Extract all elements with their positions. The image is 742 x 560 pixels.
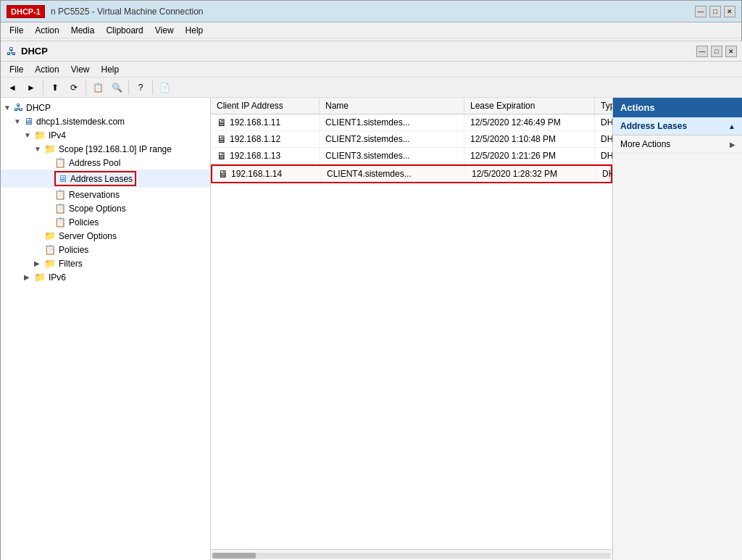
tree-item-address-pool[interactable]: ▶ 📋 Address Pool xyxy=(1,156,210,170)
dhcp-app-icon: 🖧 xyxy=(7,46,17,57)
tree-label-dhcp: DHCP xyxy=(26,103,51,113)
outer-minimize-button[interactable]: — xyxy=(695,6,706,17)
outer-menu-action[interactable]: Action xyxy=(29,24,64,37)
inner-close-button[interactable]: ✕ xyxy=(725,46,737,57)
tree-item-reservations[interactable]: ▶ 📋 Reservations xyxy=(1,188,210,201)
reservations-icon: 📋 xyxy=(54,189,66,200)
inner-maximize-button[interactable]: □ xyxy=(711,46,722,57)
inner-menu-action[interactable]: Action xyxy=(29,63,64,76)
inner-tb-filter[interactable]: 🔍 xyxy=(108,79,125,96)
more-actions-label: More Actions xyxy=(620,139,670,149)
address-pool-icon: 📋 xyxy=(54,157,66,168)
outer-menubar: File Action Media Clipboard View Help xyxy=(1,22,741,38)
tree-label-ipv6: IPv6 xyxy=(49,272,66,283)
list-empty-area xyxy=(211,183,612,549)
col-header-lease[interactable]: Lease Expiration xyxy=(464,98,595,114)
outer-menu-file[interactable]: File xyxy=(4,24,29,37)
inner-tb-sep2 xyxy=(86,80,86,95)
cell-ip-0: 🖥 192.168.1.11 xyxy=(211,114,320,130)
list-row[interactable]: 🖥 192.168.1.12 CLIENT2.sistemdes... 12/5… xyxy=(211,131,612,148)
server-icon: 🖥 xyxy=(24,116,33,127)
middle-panel: Client IP Address Name Lease Expiration … xyxy=(211,98,612,560)
tree-label-filters: Filters xyxy=(59,259,83,269)
cell-lease-1: 12/5/2020 1:10:48 PM xyxy=(464,131,595,147)
cell-lease-2: 12/5/2020 1:21:26 PM xyxy=(464,148,595,164)
actions-header: Actions xyxy=(613,98,742,117)
cell-type-2: DHCP xyxy=(595,148,612,164)
cell-name-1: CLIENT2.sistemdes... xyxy=(320,131,464,147)
ipv4-icon: 📁 xyxy=(34,130,46,141)
tree-item-scope-options[interactable]: ▶ 📋 Scope Options xyxy=(1,201,210,215)
tree-item-policies-server[interactable]: ▶ 📋 Policies xyxy=(1,243,210,256)
inner-tb-refresh[interactable]: ⟳ xyxy=(65,79,83,96)
cell-type-3: DHCP xyxy=(596,166,612,182)
tree-label-server-options: Server Options xyxy=(59,231,117,241)
list-row-highlighted[interactable]: 🖥 192.168.1.14 CLIENT4.sistemdes... 12/5… xyxy=(211,164,612,183)
horizontal-scrollbar[interactable] xyxy=(211,549,612,560)
inner-menubar: File Action View Help xyxy=(1,62,742,78)
expand-icon-ipv6: ▶ xyxy=(24,273,33,281)
expand-icon-dhcp: ▼ xyxy=(4,104,12,112)
cell-name-2: CLIENT3.sistemdes... xyxy=(320,148,464,164)
tree-item-dhcp[interactable]: ▼ 🖧 DHCP xyxy=(1,101,210,114)
inner-toolbar: ◄ ► ⬆ ⟳ 📋 🔍 ? 📄 xyxy=(1,78,742,98)
dhcp-root-icon: 🖧 xyxy=(14,102,23,113)
tree-label-scope: Scope [192.168.1.0] IP range xyxy=(59,144,172,154)
list-row[interactable]: 🖥 192.168.1.11 CLIENT1.sistemdes... 12/5… xyxy=(211,114,612,131)
col-header-name[interactable]: Name xyxy=(320,98,464,114)
col-header-type[interactable]: Type xyxy=(595,98,612,114)
outer-menu-view[interactable]: View xyxy=(149,24,180,37)
inner-dhcp-window: 🖧 DHCP — □ ✕ File Action View Help ◄ ► ⬆… xyxy=(1,41,742,560)
outer-maximize-button[interactable]: □ xyxy=(709,6,721,17)
actions-more-actions[interactable]: More Actions ▶ xyxy=(613,135,742,154)
col-header-ip[interactable]: Client IP Address xyxy=(211,98,320,114)
outer-menu-help[interactable]: Help xyxy=(180,24,209,37)
expand-icon-scope: ▼ xyxy=(34,145,43,153)
outer-window-controls: — □ ✕ xyxy=(695,6,735,17)
scope-icon: 📁 xyxy=(44,143,56,154)
address-leases-icon: 🖥 xyxy=(58,173,67,184)
inner-tb-sep3 xyxy=(128,80,129,95)
list-row[interactable]: 🖥 192.168.1.13 CLIENT3.sistemdes... 12/5… xyxy=(211,148,612,164)
outer-menu-media[interactable]: Media xyxy=(65,24,101,37)
cell-name-3: CLIENT4.sistemdes... xyxy=(321,166,466,182)
cell-type-0: DHCP xyxy=(595,114,612,130)
inner-menu-file[interactable]: File xyxy=(4,63,29,76)
tree-label-policies-scope: Policies xyxy=(69,217,99,227)
actions-section-address-leases[interactable]: Address Leases ▲ xyxy=(613,117,742,135)
tree-item-policies-scope[interactable]: ▶ 📋 Policies xyxy=(1,215,210,229)
inner-menu-view[interactable]: View xyxy=(65,63,96,76)
lease-icon-1: 🖥 xyxy=(217,133,227,145)
tree-label-address-pool: Address Pool xyxy=(69,158,120,168)
server-options-icon: 📁 xyxy=(44,230,56,241)
inner-tb-back[interactable]: ◄ xyxy=(4,79,21,96)
tree-label-policies-server: Policies xyxy=(59,245,88,255)
tree-item-address-leases[interactable]: ▶ 🖥 Address Leases xyxy=(1,170,210,188)
tree-item-ipv4[interactable]: ▼ 📁 IPv4 xyxy=(1,128,210,142)
inner-tb-properties[interactable]: 📄 xyxy=(156,79,173,96)
filters-icon: 📁 xyxy=(44,258,56,269)
tree-item-ipv6[interactable]: ▶ 📁 IPv6 xyxy=(1,270,210,284)
tree-panel: ▼ 🖧 DHCP ▼ 🖥 dhcp1.sistemdesk.com ▼ 📁 IP… xyxy=(1,98,211,560)
inner-tb-forward[interactable]: ► xyxy=(22,79,40,96)
tree-label-reservations: Reservations xyxy=(69,190,120,200)
outer-menu-clipboard[interactable]: Clipboard xyxy=(100,24,149,37)
inner-tb-export[interactable]: 📋 xyxy=(89,79,107,96)
inner-tb-up[interactable]: ⬆ xyxy=(46,79,64,96)
inner-window-controls: — □ ✕ xyxy=(696,46,737,57)
scrollbar-track[interactable] xyxy=(212,553,611,559)
actions-section-label: Address Leases xyxy=(620,121,687,131)
cell-lease-3: 12/5/2020 1:28:32 PM xyxy=(466,166,596,182)
outer-close-button[interactable]: ✕ xyxy=(724,6,735,17)
tree-item-filters[interactable]: ▶ 📁 Filters xyxy=(1,256,210,270)
tree-item-server-options[interactable]: ▶ 📁 Server Options xyxy=(1,229,210,243)
scrollbar-thumb[interactable] xyxy=(212,553,256,559)
inner-menu-help[interactable]: Help xyxy=(96,63,125,76)
policies-server-icon: 📋 xyxy=(44,244,56,255)
inner-minimize-button[interactable]: — xyxy=(696,46,708,57)
inner-tb-help[interactable]: ? xyxy=(132,79,149,96)
inner-titlebar: 🖧 DHCP — □ ✕ xyxy=(1,41,742,62)
lease-icon-2: 🖥 xyxy=(217,150,227,162)
tree-item-server[interactable]: ▼ 🖥 dhcp1.sistemdesk.com xyxy=(1,114,210,128)
tree-item-scope[interactable]: ▼ 📁 Scope [192.168.1.0] IP range xyxy=(1,142,210,156)
